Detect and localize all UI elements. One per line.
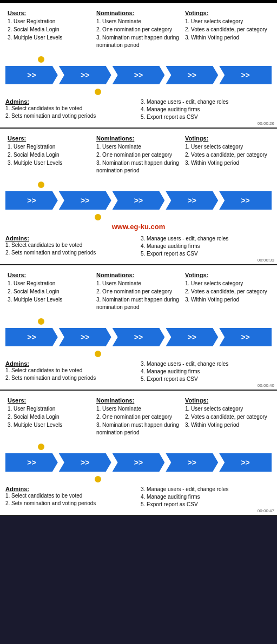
arrow-piece-1: >> — [5, 66, 58, 84]
nominations-title: Nominations: — [96, 397, 181, 404]
nominations-item: 1. Users Nominate — [96, 18, 181, 25]
arrow-piece-3: >> — [113, 328, 165, 346]
dot-nominations — [95, 351, 101, 357]
dot-users — [38, 56, 44, 63]
arrow-piece-3: >> — [113, 66, 165, 84]
votings-item: 1. User selects category — [185, 280, 269, 287]
votings-item: 3. Within Voting period — [185, 159, 269, 167]
admin-left: Admins:1. Select candidates to be voted2… — [5, 360, 136, 383]
nominations-col: Nominations:1. Users Nominate2. One nomi… — [94, 272, 183, 312]
admin-right: 3. Manage users - edit, change roles4. M… — [141, 486, 272, 508]
arrow-piece-1: >> — [5, 328, 58, 346]
arrow-banner: >>>>>>>>>> — [5, 328, 272, 346]
admin-left-item: 1. Select candidates to be voted — [5, 492, 136, 500]
users-col: Users:1. User Registration2. Social Medi… — [5, 272, 94, 312]
admin-right-item: 3. Manage users - edit, change roles — [141, 235, 272, 243]
arrow-piece-3: >> — [113, 191, 165, 210]
admins-title: Admins: — [5, 486, 136, 492]
users-item: 1. User Registration — [8, 405, 92, 413]
votings-item: 1. User selects category — [185, 405, 269, 413]
users-item: 1. User Registration — [8, 280, 92, 287]
admin-section: Admins:1. Select candidates to be voted2… — [5, 233, 272, 260]
nominations-item: 1. Users Nominate — [96, 143, 181, 151]
arrow-piece-5: >> — [219, 191, 272, 210]
votings-title: Votings: — [185, 272, 269, 278]
votings-item: 1. User selects category — [185, 18, 269, 25]
admin-right: 3. Manage users - edit, change roles4. M… — [141, 98, 272, 121]
admin-left-item: 1. Select candidates to be voted — [5, 105, 136, 112]
admin-left-item: 2. Sets nomination and voting periods — [5, 112, 136, 120]
admin-right-item: 3. Manage users - edit, change roles — [141, 98, 272, 106]
nominations-item: 3. Nomination must happen during nominat… — [96, 159, 181, 175]
dot-users — [38, 182, 44, 188]
users-title: Users: — [8, 10, 92, 16]
timestamp: 00:00:26 — [258, 121, 274, 126]
dot-nominations — [95, 214, 101, 220]
nominations-item: 3. Nomination must happen during nominat… — [96, 296, 181, 311]
nominations-col: Nominations:1. Users Nominate2. One nomi… — [94, 397, 183, 437]
votings-item: 3. Within Voting period — [185, 34, 269, 42]
arrow-banner: >>>>>>>>>> — [5, 191, 272, 210]
votings-col: Votings:1. User selects category2. Votes… — [183, 272, 272, 312]
users-item: 3. Multiple User Levels — [8, 34, 92, 42]
votings-item: 2. Votes a candidate, per category — [185, 151, 269, 159]
arrow-piece-5: >> — [219, 328, 272, 346]
votings-title: Votings: — [185, 135, 269, 142]
arrow-banner: >>>>>>>>>> — [5, 453, 272, 472]
admin-section: Admins:1. Select candidates to be voted2… — [5, 96, 272, 123]
admin-right-item: 5. Export report as CSV — [141, 375, 272, 383]
users-item: 2. Social Media Login — [8, 26, 92, 33]
nominations-col: Nominations:1. Users Nominate2. One nomi… — [94, 135, 183, 175]
nominations-item: 3. Nomination must happen during nominat… — [96, 421, 181, 437]
arrow-piece-4: >> — [166, 453, 218, 472]
admin-right-item: 4. Manage auditing firms — [141, 493, 272, 501]
arrow-piece-2: >> — [59, 453, 111, 472]
admin-right-item: 5. Export report as CSV — [141, 250, 272, 258]
users-title: Users: — [8, 272, 92, 278]
dot-nominations — [95, 476, 101, 482]
users-title: Users: — [8, 397, 92, 404]
admin-right-item: 4. Manage auditing firms — [141, 243, 272, 250]
admins-title: Admins: — [5, 98, 136, 105]
votings-item: 2. Votes a candidate, per category — [185, 26, 269, 33]
votings-col: Votings:1. User selects category2. Votes… — [183, 135, 272, 175]
arrow-piece-2: >> — [59, 191, 111, 210]
timestamp: 00:00:47 — [258, 508, 274, 513]
arrow-piece-5: >> — [219, 66, 272, 84]
users-item: 3. Multiple User Levels — [8, 296, 92, 304]
admin-left-item: 2. Sets nomination and voting periods — [5, 500, 136, 507]
votings-col: Votings:1. User selects category2. Votes… — [183, 10, 272, 50]
nominations-item: 2. One nomination per category — [96, 26, 181, 33]
arrow-banner: >>>>>>>>>> — [5, 66, 272, 84]
slides-container: Users:1. User Registration2. Social Medi… — [0, 3, 277, 516]
votings-item: 3. Within Voting period — [185, 421, 269, 429]
admin-left-item: 1. Select candidates to be voted — [5, 367, 136, 374]
dot-users — [38, 444, 44, 450]
users-col: Users:1. User Registration2. Social Medi… — [5, 10, 94, 50]
admin-left: Admins:1. Select candidates to be voted2… — [5, 98, 136, 121]
votings-item: 2. Votes a candidate, per category — [185, 288, 269, 296]
admin-left-item: 1. Select candidates to be voted — [5, 242, 136, 249]
users-item: 2. Social Media Login — [8, 151, 92, 159]
nominations-title: Nominations: — [96, 272, 181, 278]
users-item: 1. User Registration — [8, 143, 92, 151]
watermark: www.eg-ku.com — [5, 222, 272, 233]
admin-left-item: 2. Sets nomination and voting periods — [5, 249, 136, 257]
admin-right-item: 4. Manage auditing firms — [141, 368, 272, 375]
nominations-item: 1. Users Nominate — [96, 280, 181, 287]
votings-col: Votings:1. User selects category2. Votes… — [183, 397, 272, 437]
nominations-item: 1. Users Nominate — [96, 405, 181, 413]
nominations-item: 2. One nomination per category — [96, 151, 181, 159]
arrow-piece-3: >> — [113, 453, 165, 472]
users-item: 1. User Registration — [8, 18, 92, 25]
nominations-col: Nominations:1. Users Nominate2. One nomi… — [94, 10, 183, 50]
arrow-piece-2: >> — [59, 66, 111, 84]
nominations-item: 2. One nomination per category — [96, 413, 181, 421]
nominations-title: Nominations: — [96, 135, 181, 142]
users-col: Users:1. User Registration2. Social Medi… — [5, 397, 94, 437]
nominations-item: 3. Nomination must happen during nominat… — [96, 34, 181, 49]
arrow-piece-5: >> — [219, 453, 272, 472]
admin-right-item: 3. Manage users - edit, change roles — [141, 486, 272, 493]
timestamp: 00:00:33 — [258, 258, 274, 263]
nominations-title: Nominations: — [96, 10, 181, 16]
